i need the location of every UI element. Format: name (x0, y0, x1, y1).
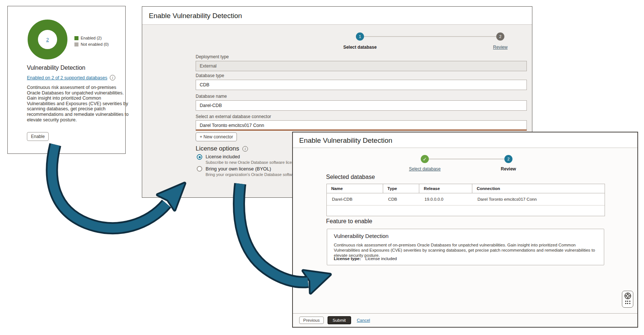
life-buoy-icon (624, 292, 631, 300)
enable-button[interactable]: Enable (27, 132, 49, 141)
donut-center-count-link[interactable]: 2 (28, 20, 67, 59)
selected-database-heading: Selected database (326, 174, 375, 180)
step2-label: Review (490, 166, 527, 172)
license-included-caption: Subscribe to new Oracle Database softwar… (206, 160, 301, 165)
legend-label: Enabled (2) (81, 36, 102, 40)
radio-selected-icon[interactable] (197, 154, 202, 160)
help-widget-button[interactable] (622, 291, 633, 308)
cell-type: CDB (383, 193, 420, 205)
legend-swatch-green (74, 36, 78, 40)
info-icon[interactable]: i (110, 75, 115, 80)
table-header-row: Name Type Release Connection (327, 184, 605, 193)
step1-circle: 1 (356, 32, 364, 41)
cell-name: Darel-CDB (327, 193, 383, 205)
step1-label: Select database (337, 45, 382, 50)
dialog-title: Enable Vulnerability Detection (149, 12, 242, 20)
info-icon[interactable]: i (242, 146, 248, 152)
enabled-databases-link[interactable]: Enabled on 2 of 2 supported databases (27, 75, 107, 80)
step2-circle: 2 (496, 32, 504, 41)
vulnerability-detection-card: 2 Enabled (2) Not enabled (0) Vulnerabil… (7, 6, 126, 154)
license-type-label: License type: (334, 256, 361, 261)
database-type-field[interactable]: CDB (196, 80, 527, 90)
license-included-option[interactable]: License included Subscribe to new Oracle… (197, 154, 301, 165)
step1-label-link[interactable]: Select database (401, 166, 448, 172)
feature-description: Continuous risk assessment of on-premise… (334, 242, 598, 258)
selected-database-table: Name Type Release Connection Darel-CDB C… (326, 184, 605, 216)
database-name-label: Database name (196, 94, 227, 99)
step1-done-check-icon: ✓ (421, 155, 429, 163)
dialog-footer: Previous Submit Cancel (293, 313, 637, 327)
connector-label: Select an external database connector (196, 114, 271, 119)
drag-handle-dots-icon[interactable] (625, 301, 630, 304)
column-header-release: Release (419, 184, 472, 193)
card-description: Continuous risk assessment of on-premise… (27, 85, 130, 122)
feature-to-enable-heading: Feature to enable (326, 218, 372, 225)
connector-select[interactable]: Darel Toronto emcitcs017 Conn (196, 120, 527, 131)
cell-release: 19.0.0.0.0 (419, 193, 472, 205)
cell-connection: Darel Toronto emcitcs017 Conn (472, 193, 605, 205)
enable-wizard-review-dialog: Enable Vulnerability Detection ✓ 2 Selec… (292, 132, 638, 328)
deployment-type-field: External (196, 61, 527, 71)
database-type-label: Database type (196, 73, 224, 78)
stepper-connector (429, 159, 504, 159)
feature-box: Vulnerability Detection Continuous risk … (327, 229, 604, 265)
cancel-link[interactable]: Cancel (357, 318, 370, 322)
step2-label-link[interactable]: Review (482, 45, 519, 50)
column-header-name: Name (327, 184, 383, 193)
license-type-value: License included (365, 256, 397, 261)
card-title: Vulnerability Detection (27, 65, 85, 71)
deployment-type-label: Deployment type (196, 54, 229, 59)
step2-circle: 2 (504, 155, 512, 163)
legend-label: Not enabled (0) (81, 42, 109, 46)
screenshot-canvas: 2 Enabled (2) Not enabled (0) Vulnerabil… (0, 0, 644, 335)
legend-swatch-gray (74, 42, 78, 46)
submit-button[interactable]: Submit (328, 316, 351, 324)
legend-item-enabled: Enabled (2) (74, 36, 109, 40)
radio-unselected-icon[interactable] (197, 166, 202, 172)
new-connector-button[interactable]: + New connector (196, 132, 237, 141)
feature-name: Vulnerability Detection (334, 233, 389, 239)
column-header-connection: Connection (472, 184, 605, 193)
legend-item-not-enabled: Not enabled (0) (74, 42, 109, 46)
dialog-title: Enable Vulnerability Detection (299, 137, 392, 145)
dialog-header: Enable Vulnerability Detection (142, 7, 532, 25)
database-name-field[interactable]: Darel-CDB (196, 100, 527, 111)
column-header-type: Type (383, 184, 420, 193)
stepper-connector (364, 36, 496, 37)
table-row: Darel-CDB CDB 19.0.0.0.0 Darel Toronto e… (327, 193, 605, 206)
license-options-heading: License options (196, 145, 239, 152)
dialog-header: Enable Vulnerability Detection (293, 132, 637, 148)
previous-button[interactable]: Previous (299, 317, 324, 324)
license-included-label: License included (206, 154, 301, 159)
donut-legend: Enabled (2) Not enabled (0) (74, 36, 109, 46)
